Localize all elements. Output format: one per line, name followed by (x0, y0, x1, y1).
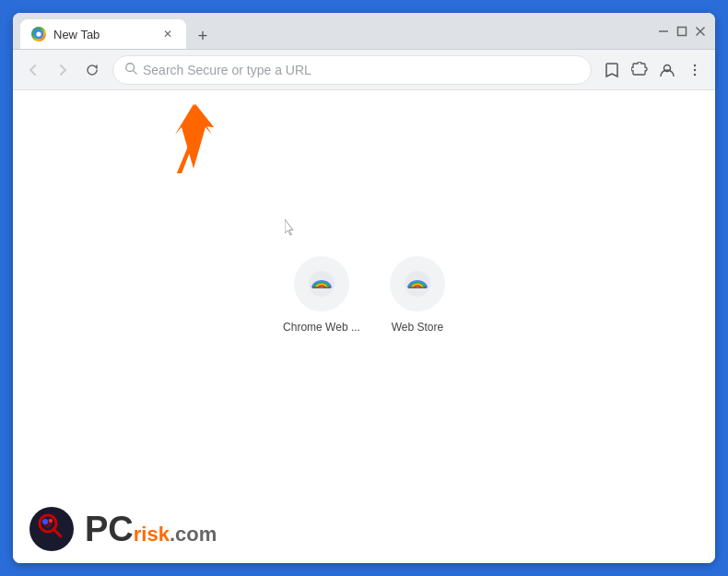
shortcut-icon-chrome-web (294, 256, 349, 312)
maximize-button[interactable] (675, 24, 689, 39)
close-button[interactable] (693, 24, 708, 39)
shortcut-web-store[interactable]: Web Store (390, 256, 445, 334)
shortcuts-area: Chrome Web ... Web Store (283, 256, 445, 334)
forward-button[interactable] (50, 57, 76, 83)
browser-window: New Tab ✕ + (13, 13, 715, 563)
arrow-annotation (168, 100, 223, 173)
menu-button[interactable] (682, 57, 708, 83)
extensions-button[interactable] (627, 57, 652, 83)
svg-point-9 (694, 64, 696, 65)
address-bar[interactable]: Search Secure or type a URL (112, 55, 592, 85)
watermark-domain: .com (170, 524, 217, 545)
page-content: Chrome Web ... Web Store (13, 90, 715, 563)
back-button[interactable] (20, 57, 46, 83)
active-tab[interactable]: New Tab ✕ (20, 19, 186, 49)
window-controls (656, 24, 708, 39)
search-icon (124, 62, 137, 78)
svg-point-10 (694, 68, 696, 70)
shortcut-chrome-web[interactable]: Chrome Web ... (283, 256, 360, 334)
toolbar: Search Secure or type a URL (13, 50, 715, 90)
watermark: PC risk .com (13, 494, 234, 563)
title-bar: New Tab ✕ + (13, 13, 715, 50)
address-placeholder: Search Secure or type a URL (143, 63, 580, 77)
svg-point-22 (42, 519, 48, 524)
reload-button[interactable] (79, 57, 105, 83)
bookmark-button[interactable] (599, 57, 625, 83)
svg-line-7 (134, 70, 137, 74)
svg-point-23 (49, 519, 53, 523)
tab-close-button[interactable]: ✕ (160, 27, 175, 41)
shortcut-icon-web-store (390, 256, 445, 312)
profile-button[interactable] (654, 57, 680, 83)
svg-point-11 (694, 73, 696, 75)
svg-point-1 (36, 31, 41, 36)
shortcut-label-web-store: Web Store (392, 321, 443, 334)
svg-point-18 (29, 507, 74, 551)
minimize-button[interactable] (656, 24, 671, 39)
cursor (285, 219, 296, 236)
new-tab-button[interactable]: + (190, 23, 216, 49)
watermark-text: PC risk .com (85, 511, 217, 547)
svg-rect-3 (678, 27, 687, 35)
watermark-logo (28, 505, 76, 553)
shortcut-label-chrome-web: Chrome Web ... (283, 321, 360, 334)
tab-title: New Tab (53, 28, 153, 41)
tab-favicon (31, 27, 46, 41)
tab-area: New Tab ✕ + (20, 13, 649, 49)
watermark-pc: PC (85, 511, 134, 547)
watermark-risk: risk (134, 524, 170, 545)
toolbar-right (599, 57, 708, 83)
